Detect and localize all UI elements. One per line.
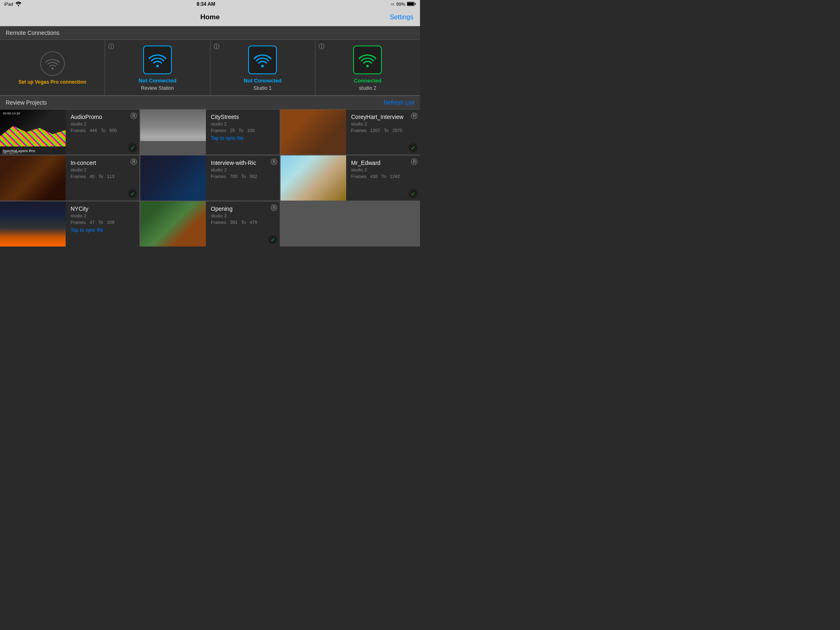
project-card-interview-ric[interactable]: Interview-with-Ric studio 2 Frames 700 T… — [140, 155, 280, 201]
checkmark-mr-edward: ✓ — [409, 189, 418, 198]
project-studio-opening: studio 2 — [211, 213, 276, 218]
review-station-name: Review Station — [141, 85, 174, 91]
studio1-status: Not Connected — [244, 78, 281, 84]
review-station-status: Not Connected — [139, 78, 176, 84]
remote-connections-area: Set up Vegas Pro connection ⓘ Not Connec… — [0, 40, 420, 96]
connection-cell-review-station[interactable]: ⓘ Not Connected Review Station — [105, 40, 210, 95]
svg-point-0 — [18, 5, 19, 6]
close-button-audio-promo[interactable]: Ⓡ — [130, 112, 137, 121]
project-frames-opening: Frames 391 To 479 — [211, 220, 276, 225]
project-title-nycity: NYCity — [71, 205, 135, 212]
project-card-mr-edward[interactable]: Mr_Edward studio 2 Frames 438 To 1242 Ⓡ … — [281, 155, 420, 201]
project-card-nycity[interactable]: NYCity studio 2 Frames 47 To 108 Tap to … — [0, 201, 139, 247]
project-frames-in-concert: Frames 40 To 113 — [71, 174, 135, 179]
bluetooth-icon: 𝌅 — [390, 2, 395, 7]
thumbnail-opening — [140, 201, 206, 247]
project-studio-city-streets: studio 2 — [211, 121, 276, 126]
project-frames-corey-hart: Frames 1307 To 2975 — [351, 128, 416, 133]
project-card-in-concert[interactable]: In-concert studio 2 Frames 40 To 113 Ⓡ ✓ — [0, 155, 139, 201]
thumbnail-corey-hart — [281, 110, 346, 155]
project-card-corey-hart[interactable]: CoreyHart_Interview studio 2 Frames 1307… — [281, 110, 420, 155]
info-icon-review-station[interactable]: ⓘ — [108, 43, 114, 50]
project-info-city-streets: CityStreets studio 2 Frames 25 To 108 Ta… — [206, 110, 280, 155]
nav-bar: Home Settings — [0, 8, 420, 26]
project-frames-audio-promo: Frames 446 To 990 — [71, 128, 135, 133]
close-button-in-concert[interactable]: Ⓡ — [130, 158, 137, 167]
project-title-audio-promo: AudioPromo — [71, 114, 135, 120]
studio2-name: studio 2 — [359, 85, 376, 91]
battery-percent: 99% — [396, 2, 405, 7]
project-card-audio-promo[interactable]: 00:00:14:26 SpectraLayers Pro Mac and PC… — [0, 110, 139, 155]
project-studio-mr-edward: studio 2 — [351, 167, 416, 172]
project-card-opening[interactable]: Opening studio 2 Frames 391 To 479 Ⓡ ✓ — [140, 201, 280, 247]
remote-connections-title: Remote Connections — [6, 30, 59, 36]
close-button-corey-hart[interactable]: Ⓡ — [411, 112, 418, 121]
thumbnail-interview-ric — [140, 155, 206, 201]
thumbnail-mr-edward — [281, 155, 346, 201]
sync-label-nycity[interactable]: Tap to sync file — [71, 227, 135, 233]
wifi-icon — [16, 2, 21, 7]
project-frames-interview-ric: Frames 700 To 982 — [211, 174, 276, 179]
wifi-container-studio2 — [353, 46, 382, 74]
project-info-interview-ric: Interview-with-Ric studio 2 Frames 700 T… — [206, 155, 280, 201]
project-studio-corey-hart: studio 2 — [351, 121, 416, 126]
checkmark-corey-hart: ✓ — [409, 143, 418, 152]
thumbnail-audio-promo: 00:00:14:26 SpectraLayers Pro Mac and PC — [0, 110, 66, 155]
close-button-opening[interactable]: Ⓡ — [271, 204, 277, 212]
svg-rect-2 — [415, 3, 415, 5]
status-bar: iPad 8:34 AM 𝌅 99% — [0, 0, 420, 8]
svg-point-5 — [156, 65, 159, 67]
connection-cell-studio2[interactable]: ⓘ Connected studio 2 — [315, 40, 420, 95]
project-studio-audio-promo: studio 2 — [71, 121, 135, 126]
device-label: iPad — [4, 2, 13, 7]
settings-button[interactable]: Settings — [390, 14, 413, 21]
connection-setup-cell[interactable]: Set up Vegas Pro connection — [0, 40, 105, 95]
studio1-name: Studio 1 — [253, 85, 272, 91]
wifi-container-studio1 — [248, 46, 277, 74]
svg-point-7 — [366, 65, 369, 67]
project-frames-city-streets: Frames 25 To 108 — [211, 128, 276, 133]
close-button-mr-edward[interactable]: Ⓡ — [411, 158, 418, 167]
project-title-mr-edward: Mr_Edward — [351, 160, 416, 166]
review-projects-title: Review Projects — [6, 99, 47, 106]
setup-text: Set up Vegas Pro connection — [18, 79, 86, 86]
project-frames-mr-edward: Frames 438 To 1242 — [351, 174, 416, 179]
projects-grid: 00:00:14:26 SpectraLayers Pro Mac and PC… — [0, 110, 420, 247]
thumbnail-city-streets — [140, 110, 206, 155]
checkmark-in-concert: ✓ — [128, 189, 137, 198]
project-title-in-concert: In-concert — [71, 160, 135, 166]
remote-connections-header: Remote Connections — [0, 26, 420, 40]
info-icon-studio1[interactable]: ⓘ — [214, 43, 219, 50]
svg-point-6 — [261, 65, 264, 67]
nav-title: Home — [200, 13, 219, 21]
sync-label-city-streets[interactable]: Tap to sync file — [211, 135, 276, 141]
review-projects-header: Review Projects Refresh List — [0, 96, 420, 110]
connection-cell-studio1[interactable]: ⓘ Not Connected Studio 1 — [210, 40, 315, 95]
close-button-interview-ric[interactable]: Ⓡ — [271, 158, 277, 167]
wifi-container-review-station — [143, 46, 172, 74]
svg-rect-3 — [407, 2, 414, 5]
project-title-corey-hart: CoreyHart_Interview — [351, 114, 416, 120]
status-right: 𝌅 99% — [390, 2, 416, 7]
timecode-audio-promo: 00:00:14:26 — [2, 111, 21, 116]
thumbnail-in-concert — [0, 155, 66, 201]
project-title-interview-ric: Interview-with-Ric — [211, 160, 276, 166]
project-title-opening: Opening — [211, 205, 276, 212]
info-icon-studio2[interactable]: ⓘ — [319, 43, 324, 50]
refresh-list-button[interactable]: Refresh List — [383, 99, 414, 106]
checkmark-audio-promo: ✓ — [128, 143, 137, 152]
setup-wifi-icon — [40, 51, 65, 76]
thumbnail-nycity — [0, 201, 66, 247]
svg-point-4 — [51, 67, 53, 69]
project-studio-in-concert: studio 2 — [71, 167, 135, 172]
project-studio-nycity: studio 2 — [71, 213, 135, 218]
status-time: 8:34 AM — [196, 1, 215, 7]
project-studio-interview-ric: studio 2 — [211, 167, 276, 172]
checkmark-opening: ✓ — [268, 235, 277, 244]
status-left: iPad — [4, 2, 21, 7]
project-card-city-streets[interactable]: CityStreets studio 2 Frames 25 To 108 Ta… — [140, 110, 280, 155]
project-title-city-streets: CityStreets — [211, 114, 276, 120]
project-frames-nycity: Frames 47 To 108 — [71, 220, 135, 225]
studio2-status: Connected — [354, 78, 381, 84]
project-info-nycity: NYCity studio 2 Frames 47 To 108 Tap to … — [66, 201, 139, 247]
